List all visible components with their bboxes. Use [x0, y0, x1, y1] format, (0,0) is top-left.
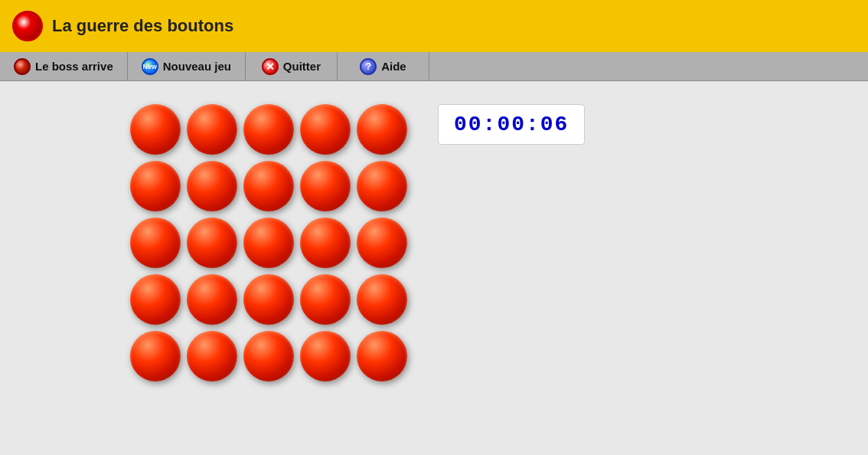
game-button-4-5[interactable] — [357, 274, 407, 325]
menu-item-quit[interactable]: ✕ Quitter — [246, 52, 338, 80]
game-button-4-2[interactable] — [187, 274, 237, 325]
menu-label-quit: Quitter — [283, 60, 321, 73]
button-grid — [130, 104, 407, 381]
game-button-3-1[interactable] — [130, 218, 181, 268]
game-button-3-5[interactable] — [357, 218, 407, 268]
game-button-2-1[interactable] — [130, 161, 181, 211]
game-button-1-1[interactable] — [130, 104, 181, 155]
menu-label-new: Nouveau jeu — [163, 60, 231, 73]
menu-item-boss[interactable]: Le boss arrive — [0, 52, 128, 80]
title-bar: La guerre des boutons — [0, 0, 868, 52]
game-button-5-1[interactable] — [130, 331, 181, 381]
game-button-5-5[interactable] — [357, 331, 407, 381]
help-icon: ? — [360, 58, 377, 75]
right-panel: 00:00:06 — [438, 97, 585, 145]
game-button-4-4[interactable] — [300, 274, 351, 325]
menu-item-new[interactable]: New Nouveau jeu — [128, 52, 246, 80]
game-button-4-1[interactable] — [130, 274, 181, 325]
game-button-2-4[interactable] — [300, 161, 351, 211]
game-button-1-4[interactable] — [300, 104, 351, 155]
menu-label-boss: Le boss arrive — [35, 60, 113, 73]
game-button-5-3[interactable] — [243, 331, 294, 381]
game-button-1-3[interactable] — [243, 104, 294, 155]
app-icon — [12, 11, 43, 41]
timer-display: 00:00:06 — [438, 104, 585, 145]
game-button-1-5[interactable] — [357, 104, 407, 155]
game-button-1-2[interactable] — [187, 104, 237, 155]
menu-label-help: Aide — [381, 60, 406, 73]
game-button-3-3[interactable] — [243, 218, 294, 268]
game-button-3-2[interactable] — [187, 218, 237, 268]
game-button-2-5[interactable] — [357, 161, 407, 211]
game-button-5-4[interactable] — [300, 331, 351, 381]
timer-value: 00:00:06 — [454, 113, 569, 136]
new-icon: New — [142, 58, 158, 75]
game-button-5-2[interactable] — [187, 331, 237, 381]
game-button-2-2[interactable] — [187, 161, 237, 211]
quit-icon: ✕ — [262, 58, 279, 75]
menu-item-help[interactable]: ? Aide — [338, 52, 429, 80]
game-button-2-3[interactable] — [243, 161, 294, 211]
boss-icon — [14, 58, 31, 75]
menu-bar: Le boss arrive New Nouveau jeu ✕ Quitter… — [0, 52, 868, 81]
game-button-4-3[interactable] — [243, 274, 294, 325]
game-button-3-4[interactable] — [300, 218, 351, 268]
main-content: 00:00:06 — [0, 81, 868, 455]
app-title: La guerre des boutons — [52, 16, 233, 36]
